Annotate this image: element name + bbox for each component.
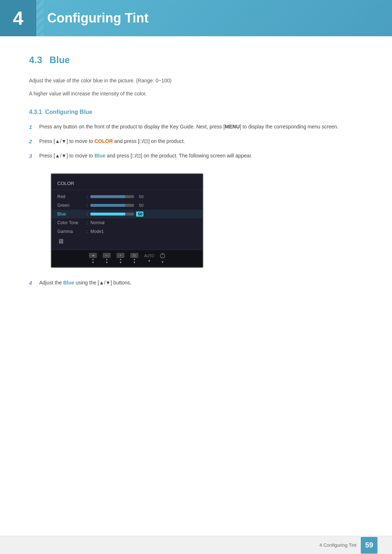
chapter-number: 4 [0, 0, 36, 36]
red-fill [90, 195, 125, 198]
green-bar [90, 204, 134, 207]
main-content: 4.3Blue Adjust the value of the color bl… [0, 36, 392, 322]
steps-list: 1 Press any button on the front of the p… [29, 123, 363, 160]
description-2: A higher value will increase the intensi… [29, 90, 363, 98]
step-num-3: 3 [29, 152, 39, 160]
menu-item-gamma: Gamma : Mode1 [52, 227, 203, 236]
monitor-controls: ◄ ▼ — ▼ + ▼ ⊡ [52, 250, 203, 267]
red-value: 50 [136, 194, 143, 199]
menu-item-green: Green : 50 [52, 201, 203, 210]
step-num-1: 1 [29, 123, 39, 131]
ctrl-power [160, 253, 165, 258]
footer-text: 4 Configuring Tint [319, 542, 356, 548]
step4-list: 4 Adjust the Blue using the [▲/▼] button… [29, 279, 363, 287]
menu-title: COLOR [52, 178, 203, 190]
blue-highlight-step4: Blue [63, 280, 74, 286]
step-text-3: Press [▲/▼] to move to Blue and press [□… [39, 152, 363, 160]
step-text-4: Adjust the Blue using the [▲/▼] buttons. [39, 279, 363, 287]
green-value: 50 [136, 203, 143, 208]
red-label: Red [57, 194, 86, 199]
green-fill [90, 204, 125, 207]
page-number: 59 [361, 537, 377, 554]
page-footer: 4 Configuring Tint 59 [0, 536, 392, 554]
colortone-value: Normal [90, 220, 105, 225]
step-num-4: 4 [29, 279, 39, 287]
monitor-icon: 🖥 [57, 238, 64, 245]
menu-item-blue: Blue : 50 [52, 210, 203, 218]
chapter-title: Configuring Tint [36, 11, 148, 26]
step-2: 2 Press [▲/▼] to move to COLOR and press… [29, 137, 363, 146]
blue-bar [90, 213, 134, 216]
red-bar [90, 195, 134, 198]
step-num-2: 2 [29, 137, 39, 146]
header-banner: 4 Configuring Tint [0, 0, 392, 36]
ctrl-left: ◄ [89, 253, 97, 258]
gamma-label: Gamma [57, 229, 86, 234]
ctrl-minus: — [103, 253, 111, 258]
ctrl-enter: ⊡ [130, 253, 138, 258]
green-bar-container: 50 [90, 203, 197, 208]
ctrl-auto-label: AUTO [144, 254, 154, 258]
description-1: Adjust the value of the color blue in th… [29, 77, 363, 85]
step-3: 3 Press [▲/▼] to move to Blue and press … [29, 152, 363, 160]
step-4: 4 Adjust the Blue using the [▲/▼] button… [29, 279, 363, 287]
blue-value: 50 [136, 212, 143, 217]
step-text-1: Press any button on the front of the pro… [39, 123, 363, 131]
ctrl-plus: + [117, 253, 124, 258]
gamma-value: Mode1 [90, 229, 104, 234]
color-highlight: COLOR [94, 138, 113, 144]
green-label: Green [57, 203, 86, 208]
subsection-title: 4.3.1 Configuring Blue [29, 109, 363, 115]
menu-item-colortone: Color Tone : Normal [52, 218, 203, 227]
blue-fill [90, 213, 125, 216]
menu-key: MENU [225, 124, 240, 130]
step-text-2: Press [▲/▼] to move to COLOR and press [… [39, 137, 363, 146]
color-menu: COLOR Red : 50 Green : [52, 174, 203, 250]
monitor-screenshot: COLOR Red : 50 Green : [51, 173, 203, 268]
blue-highlight-step3: Blue [94, 153, 105, 159]
section-title: 4.3Blue [29, 54, 363, 66]
colortone-label: Color Tone [57, 220, 86, 225]
blue-label: Blue [57, 212, 86, 217]
red-bar-container: 50 [90, 194, 197, 199]
menu-item-red: Red : 50 [52, 192, 203, 201]
monitor-screen: COLOR Red : 50 Green : [51, 173, 203, 268]
blue-bar-container: 50 [90, 212, 197, 217]
step-1: 1 Press any button on the front of the p… [29, 123, 363, 131]
